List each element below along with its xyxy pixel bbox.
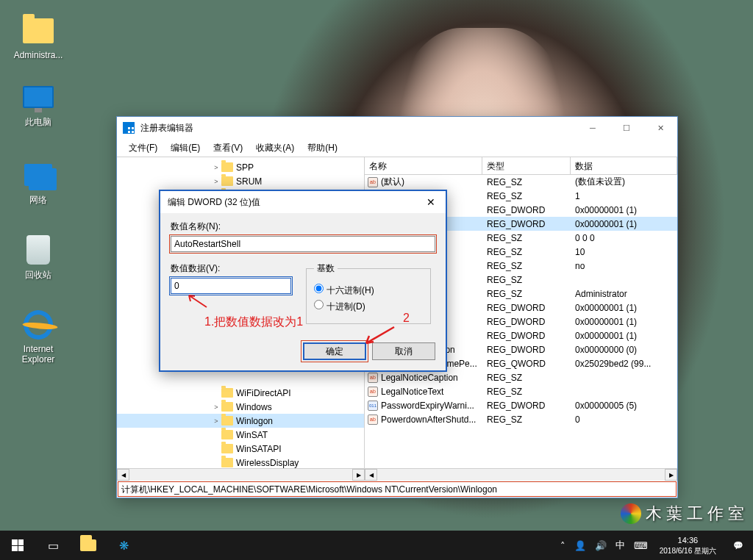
col-data[interactable]: 数据	[571, 157, 677, 174]
value-row[interactable]: abLegalNoticeTextREG_SZ	[365, 384, 677, 398]
col-name[interactable]: 名称	[365, 157, 482, 174]
clock-date: 2018/6/16 星期六	[660, 546, 716, 556]
list-header[interactable]: 名称 类型 数据	[365, 157, 677, 175]
network-icon	[24, 164, 52, 186]
window-title: 注册表编辑器	[140, 122, 193, 134]
taskbar-app[interactable]: ❋	[106, 531, 141, 560]
value-data-label: 数值数据(V):	[171, 262, 291, 275]
folder-icon	[80, 539, 96, 551]
file-explorer-button[interactable]	[71, 531, 106, 560]
ok-button[interactable]: 确定	[303, 342, 366, 360]
volume-icon[interactable]: 🔊	[590, 540, 611, 551]
statusbar: 计算机\HKEY_LOCAL_MACHINE\SOFTWARE\Microsof…	[118, 481, 677, 497]
titlebar[interactable]: 注册表编辑器 ─ ☐ ✕	[117, 117, 677, 139]
col-type[interactable]: 类型	[482, 157, 571, 174]
value-name-label: 数值名称(N):	[171, 220, 435, 233]
scroll-left-icon[interactable]: ◀	[117, 469, 129, 481]
cancel-button[interactable]: 取消	[372, 342, 435, 360]
scroll-right-icon[interactable]: ▶	[352, 469, 365, 481]
scroll-left-icon[interactable]: ◀	[365, 469, 377, 481]
value-row[interactable]: abLegalNoticeCaptionREG_SZ	[365, 370, 677, 384]
dialog-title: 编辑 DWORD (32 位)值	[168, 196, 260, 209]
watermark: 木 葉 工 作 室	[621, 503, 744, 525]
menu-help[interactable]: 帮助(H)	[301, 140, 343, 156]
icon-label: 回收站	[9, 269, 68, 281]
radix-group: 基数 十六进制(H) 十进制(D)	[306, 262, 431, 324]
dialog-close-button[interactable]: ✕	[416, 191, 446, 213]
value-row[interactable]: 011PasswordExpiryWarni...REG_DWORD0x0000…	[365, 398, 677, 412]
close-button[interactable]: ✕	[643, 117, 677, 139]
scroll-right-icon[interactable]: ▶	[665, 469, 677, 481]
value-name-input[interactable]	[171, 236, 435, 252]
tree-item[interactable]: >SRUM	[117, 174, 364, 188]
desktop-icon-admin[interactable]: Administra...	[9, 13, 68, 60]
radix-hex[interactable]: 十六进制(H)	[314, 284, 423, 297]
h-scrollbar[interactable]: ◀▶	[365, 468, 677, 481]
menu-favorites[interactable]: 收藏夹(A)	[250, 140, 300, 156]
menu-file[interactable]: 文件(F)	[123, 140, 163, 156]
radix-dec[interactable]: 十进制(D)	[314, 300, 423, 313]
tree-item[interactable]: >Windows	[117, 400, 364, 414]
hex-radio[interactable]	[314, 284, 324, 293]
edit-dword-dialog: 编辑 DWORD (32 位)值 ✕ 数值名称(N): 数值数据(V): 基数 …	[159, 190, 447, 372]
action-center-button[interactable]: 💬	[724, 531, 753, 560]
dec-radio[interactable]	[314, 300, 324, 309]
ie-icon	[21, 307, 57, 343]
tree-item[interactable]: WinSAT	[117, 428, 364, 442]
system-tray[interactable]: ˄ 👤 🔊 中 ⌨ 14:36 2018/6/16 星期六 💬	[556, 531, 753, 560]
value-row[interactable]: abPowerdownAfterShutd...REG_SZ0	[365, 412, 677, 426]
desktop-icon-network[interactable]: 网络	[9, 157, 68, 207]
icon-label: 网络	[9, 194, 68, 207]
tree-item[interactable]: WinSATAPI	[117, 442, 364, 456]
menu-view[interactable]: 查看(V)	[207, 140, 249, 156]
pc-icon	[23, 86, 54, 108]
taskbar[interactable]: ▭ ❋ ˄ 👤 🔊 中 ⌨ 14:36 2018/6/16 星期六 💬	[0, 531, 753, 560]
windows-logo-icon	[12, 539, 24, 551]
value-row[interactable]: ab(默认)REG_SZ(数值未设置)	[365, 175, 677, 189]
start-button[interactable]	[0, 531, 35, 560]
clock[interactable]: 14:36 2018/6/16 星期六	[652, 535, 724, 555]
icon-label: 此电脑	[9, 116, 68, 129]
value-data-input[interactable]	[171, 278, 291, 294]
desktop-icon-recyclebin[interactable]: 回收站	[9, 232, 68, 281]
clock-time: 14:36	[660, 535, 716, 545]
dialog-titlebar[interactable]: 编辑 DWORD (32 位)值 ✕	[160, 191, 446, 213]
menu-edit[interactable]: 编辑(E)	[165, 140, 206, 156]
desktop-icon-thispc[interactable]: 此电脑	[9, 79, 68, 129]
people-icon[interactable]: 👤	[570, 540, 590, 551]
tree-item[interactable]: >Winlogon	[117, 414, 364, 428]
icon-label: Internet Explorer	[9, 344, 68, 365]
icon-label: Administra...	[9, 50, 68, 60]
watermark-logo-icon	[621, 503, 641, 524]
keyboard-icon[interactable]: ⌨	[629, 540, 652, 551]
tree-item[interactable]: WiFiDirectAPI	[117, 386, 364, 400]
desktop-icon-ie[interactable]: Internet Explorer	[9, 307, 68, 365]
tree-h-scrollbar[interactable]: ◀▶	[117, 468, 365, 481]
minimize-button[interactable]: ─	[576, 117, 610, 139]
regedit-icon	[123, 122, 135, 134]
tree-item[interactable]: >SPP	[117, 160, 364, 174]
recycle-bin-icon	[26, 235, 50, 265]
tray-chevron-icon[interactable]: ˄	[556, 540, 570, 551]
task-view-button[interactable]: ▭	[35, 531, 71, 560]
menubar: 文件(F) 编辑(E) 查看(V) 收藏夹(A) 帮助(H)	[117, 139, 677, 157]
folder-icon	[23, 18, 54, 43]
radix-legend: 基数	[314, 262, 338, 275]
ime-icon[interactable]: 中	[611, 539, 629, 552]
maximize-button[interactable]: ☐	[610, 117, 643, 139]
